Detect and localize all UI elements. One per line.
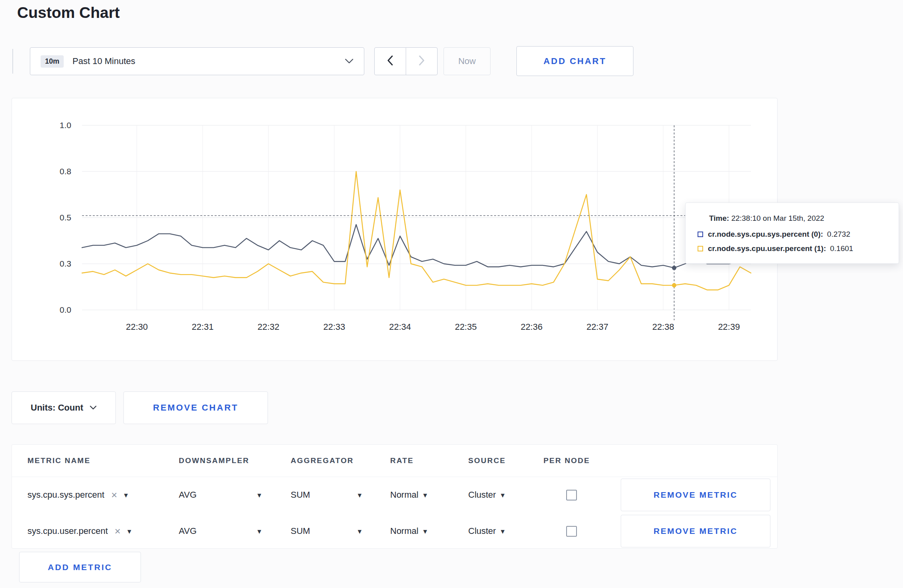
x-axis-label: 22:30 [126,322,148,332]
chevron-right-icon [418,55,425,67]
column-header-per-node: PER NODE [543,445,590,477]
x-axis-label: 22:37 [586,322,608,332]
triangle-down-icon: ▾ [501,491,505,499]
chart-tooltip: Time: 22:38:10 on Mar 15th, 2022 cr.node… [685,202,899,264]
add-chart-button[interactable]: ADD CHART [516,46,633,76]
tooltip-series-value: 0.2732 [827,230,850,239]
per-node-checkbox[interactable] [566,526,577,537]
add-metric-button[interactable]: ADD METRIC [19,552,141,582]
metrics-table: METRIC NAME DOWNSAMPLER AGGREGATOR RATE … [12,444,778,549]
metric-name-value: sys.cpu.user.percent [27,526,108,536]
sys-series-marker-icon [698,232,703,237]
tooltip-series-row: cr.node.sys.cpu.sys.percent (0): 0.2732 [698,230,887,239]
prev-time-button[interactable] [374,47,406,75]
column-header-source: SOURCE [468,445,506,477]
time-nav-group [374,47,438,75]
now-button[interactable]: Now [444,47,491,75]
column-header-metric-name: METRIC NAME [27,445,90,477]
x-axis-label: 22:35 [455,322,477,332]
y-axis-label: 0.3 [60,259,71,268]
remove-chart-button[interactable]: REMOVE CHART [123,391,268,424]
hover-point-1 [672,283,676,288]
chevron-down-icon [345,58,354,64]
source-value: Cluster [468,526,496,536]
triangle-down-icon: ▾ [423,491,427,499]
y-axis-label: 0.0 [60,305,71,314]
triangle-down-icon: ▾ [124,491,128,499]
page-title: Custom Chart [17,4,120,21]
y-axis-label: 0.5 [60,213,71,222]
x-axis-label: 22:33 [323,322,345,332]
downsampler-select[interactable]: AVG ▾ [179,515,261,547]
rate-select[interactable]: Normal ▾ [390,515,427,547]
metric-name-value: sys.cpu.sys.percent [27,490,104,500]
downsampler-select[interactable]: AVG ▾ [179,479,261,511]
per-node-cell [543,479,599,511]
time-range-badge: 10m [41,55,64,68]
series-line-0 [82,224,751,268]
per-node-cell [543,515,599,547]
column-header-downsampler: DOWNSAMPLER [179,445,249,477]
tooltip-time-label: Time: [709,214,729,222]
user-series-marker-icon [698,246,703,251]
downsampler-value: AVG [179,490,197,500]
metric-name-select[interactable]: sys.cpu.user.percent × ▾ [27,515,131,547]
time-range-label: Past 10 Minutes [72,56,135,66]
remove-metric-button[interactable]: REMOVE METRIC [621,515,770,547]
units-label: Units: Count [31,403,83,413]
downsampler-value: AVG [179,526,197,536]
rate-value: Normal [390,526,418,536]
metric-row: sys.cpu.user.percent × ▾ AVG ▾ SUM ▾ Nor… [12,515,777,547]
triangle-down-icon: ▾ [423,528,427,535]
toolbar-divider [12,49,13,74]
triangle-down-icon: ▾ [501,528,505,535]
tooltip-series-name: cr.node.sys.cpu.sys.percent (0): [708,230,823,239]
triangle-down-icon: ▾ [358,491,362,499]
rate-value: Normal [390,490,418,500]
tooltip-time-value: 22:38:10 on Mar 15th, 2022 [731,214,824,222]
source-select[interactable]: Cluster ▾ [468,479,504,511]
chart-canvas[interactable]: 0.00.30.50.81.022:3022:3122:3222:3322:34… [12,98,778,361]
rate-select[interactable]: Normal ▾ [390,479,427,511]
column-header-aggregator: AGGREGATOR [291,445,354,477]
y-axis-label: 1.0 [60,121,71,130]
aggregator-select[interactable]: SUM ▾ [291,479,362,511]
source-select[interactable]: Cluster ▾ [468,515,504,547]
triangle-down-icon: ▾ [257,491,261,499]
y-axis-label: 0.8 [60,167,71,176]
chevron-left-icon [387,55,393,67]
x-axis-label: 22:32 [258,322,280,332]
triangle-down-icon: ▾ [257,528,261,535]
chart-panel: 0.00.30.50.81.022:3022:3122:3222:3322:34… [12,98,778,361]
aggregator-value: SUM [291,490,310,500]
time-range-dropdown[interactable]: 10m Past 10 Minutes [30,47,364,75]
hover-point-0 [672,266,676,270]
triangle-down-icon: ▾ [127,528,131,535]
header-divider [12,477,777,477]
metric-row: sys.cpu.sys.percent × ▾ AVG ▾ SUM ▾ Norm… [12,479,777,511]
triangle-down-icon: ▾ [358,528,362,535]
remove-tag-icon[interactable]: × [111,490,117,500]
units-dropdown[interactable]: Units: Count [12,391,116,424]
tooltip-series-row: cr.node.sys.cpu.user.percent (1): 0.1601 [698,244,887,253]
remove-tag-icon[interactable]: × [115,526,121,536]
metric-name-select[interactable]: sys.cpu.sys.percent × ▾ [27,479,128,511]
x-axis-label: 22:38 [652,322,674,332]
tooltip-time: Time: 22:38:10 on Mar 15th, 2022 [709,214,887,223]
tooltip-series-name: cr.node.sys.cpu.user.percent (1): [708,244,826,253]
chevron-down-icon [90,405,97,410]
x-axis-label: 22:36 [521,322,543,332]
aggregator-select[interactable]: SUM ▾ [291,515,362,547]
series-line-1 [82,171,751,290]
column-header-rate: RATE [390,445,414,477]
source-value: Cluster [468,490,496,500]
remove-metric-button[interactable]: REMOVE METRIC [621,479,770,511]
x-axis-label: 22:39 [718,322,740,332]
tooltip-series-value: 0.1601 [830,244,853,253]
next-time-button[interactable] [406,47,438,75]
per-node-checkbox[interactable] [566,490,577,500]
aggregator-value: SUM [291,526,310,536]
x-axis-label: 22:34 [389,322,411,332]
x-axis-label: 22:31 [192,322,213,332]
